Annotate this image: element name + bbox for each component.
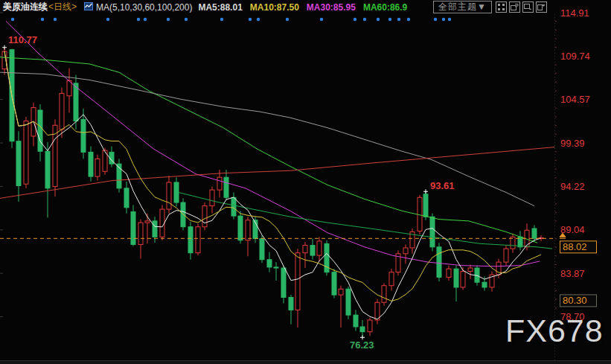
minor-tick xyxy=(555,151,557,153)
svg-text:80.30: 80.30 xyxy=(563,295,587,306)
event-dot[interactable] xyxy=(220,18,223,21)
candle-down xyxy=(289,298,293,310)
candle-down xyxy=(260,239,264,260)
candle-down xyxy=(153,221,157,237)
event-dot[interactable] xyxy=(257,18,260,21)
candle-up xyxy=(303,246,307,253)
candle-down xyxy=(231,197,236,216)
candlestick-chart[interactable]: 110.7793.6176.23114.91109.74104.5799.399… xyxy=(0,0,611,364)
candle-down xyxy=(423,194,428,217)
event-dot[interactable] xyxy=(377,18,380,21)
bottom-scrollbar[interactable] xyxy=(0,360,611,364)
event-dot[interactable] xyxy=(249,18,252,21)
candle-up xyxy=(60,93,64,130)
event-dot[interactable] xyxy=(106,18,109,21)
candle-up xyxy=(160,209,164,237)
minor-tick xyxy=(555,30,557,31)
minor-tick xyxy=(555,212,557,214)
candle-down xyxy=(454,269,458,287)
minor-tick xyxy=(555,90,557,92)
ma-legend-item: MA30:85.95 xyxy=(307,2,356,13)
ma-legend-item: MA10:87.50 xyxy=(250,2,299,13)
price-marker-cross xyxy=(2,45,7,50)
event-dot[interactable] xyxy=(41,18,44,21)
event-dot[interactable] xyxy=(354,18,356,21)
minor-tick xyxy=(555,220,557,222)
minor-tick xyxy=(555,281,557,283)
header-toolbar: 全部主题▼ xyxy=(433,1,547,13)
minor-tick xyxy=(555,160,557,162)
event-dot[interactable] xyxy=(54,18,57,21)
event-dot[interactable] xyxy=(137,18,140,21)
candle-down xyxy=(188,227,193,253)
candle-up xyxy=(202,206,207,227)
candle-up xyxy=(217,177,222,190)
ma-legend: MA5:88.01MA10:87.50MA30:85.95MA60:86.9 xyxy=(198,2,407,13)
window-popout-icon[interactable] xyxy=(536,1,547,13)
theme-dropdown[interactable]: 全部主题▼ xyxy=(433,1,492,13)
candle-down xyxy=(332,272,336,295)
event-dot[interactable] xyxy=(167,18,170,21)
y-axis-label: 109.74 xyxy=(560,51,590,62)
candle-down xyxy=(238,216,243,240)
event-dot[interactable] xyxy=(286,18,289,21)
plot-area[interactable]: 110.7793.6176.23 xyxy=(0,18,554,351)
candle-up xyxy=(95,159,100,176)
candle-down xyxy=(267,260,272,267)
event-dot[interactable] xyxy=(388,18,391,21)
candle-down xyxy=(174,182,179,202)
minor-tick xyxy=(555,177,557,179)
candle-up xyxy=(368,320,372,332)
candle-up xyxy=(339,289,343,295)
y-axis-label: 99.39 xyxy=(560,138,585,149)
candle-up xyxy=(403,248,408,254)
candle-up xyxy=(382,286,386,303)
candle-down xyxy=(360,327,365,332)
event-dot[interactable] xyxy=(407,18,410,21)
candle-up xyxy=(461,272,465,287)
candle-down xyxy=(38,110,42,151)
minor-tick xyxy=(555,246,557,248)
high-annotation: 110.77 xyxy=(8,34,37,45)
minor-tick xyxy=(555,298,557,300)
candle-up xyxy=(246,220,250,240)
grid-layout-icon[interactable] xyxy=(496,1,507,13)
minor-tick xyxy=(555,255,557,257)
minor-tick xyxy=(555,21,557,22)
event-dot[interactable] xyxy=(442,18,445,21)
event-dot[interactable] xyxy=(434,18,437,21)
minor-tick xyxy=(555,125,557,127)
chart-type-icon[interactable] xyxy=(84,2,93,13)
window-cascade-icon[interactable] xyxy=(522,1,534,13)
candle-down xyxy=(430,217,435,247)
secondary-price-badge: 80.30 xyxy=(560,295,597,307)
candle-up xyxy=(167,182,171,209)
event-dot[interactable] xyxy=(11,18,14,21)
current-price-badge: 88.02 xyxy=(560,241,597,253)
candle-down xyxy=(45,151,50,188)
minor-tick xyxy=(555,133,557,135)
event-dot[interactable] xyxy=(144,18,147,21)
watermark: FX678 xyxy=(505,313,604,349)
candle-up xyxy=(24,121,28,185)
line-ma100 xyxy=(0,57,537,243)
event-dot[interactable] xyxy=(448,18,451,21)
window-tile-icon[interactable] xyxy=(509,1,520,13)
candle-up xyxy=(389,272,394,286)
line-ma10 xyxy=(4,51,541,301)
candle-down xyxy=(281,268,286,297)
event-dot[interactable] xyxy=(363,18,366,21)
ma-legend-item: MA5:88.01 xyxy=(198,2,242,13)
candle-down xyxy=(346,289,351,315)
candle-up xyxy=(447,269,451,277)
candle-down xyxy=(81,119,86,152)
candle-down xyxy=(131,211,135,244)
candle-down xyxy=(74,83,78,121)
y-axis-label: 89.04 xyxy=(560,224,585,235)
timeframe-label: <日线> xyxy=(48,1,77,13)
ma-legend-item: MA60:86.9 xyxy=(363,2,407,13)
event-dot[interactable] xyxy=(397,18,400,21)
event-dot[interactable] xyxy=(320,18,323,21)
y-axis-label: 94.22 xyxy=(560,181,585,192)
event-dot[interactable] xyxy=(185,18,188,21)
